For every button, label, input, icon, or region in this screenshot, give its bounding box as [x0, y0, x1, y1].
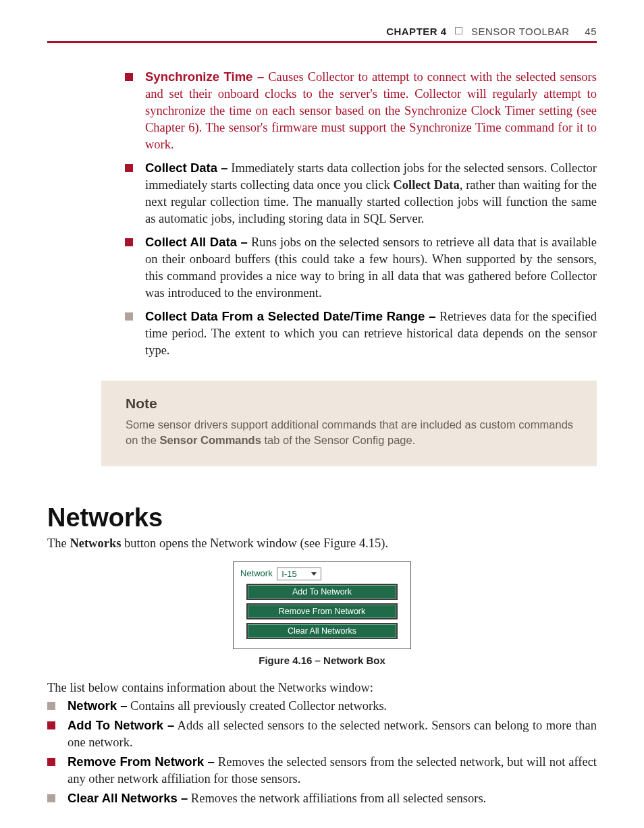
- add-to-network-button[interactable]: Add To Network: [246, 584, 398, 600]
- section-heading-networks: Networks: [47, 503, 597, 532]
- bullet-icon: [125, 238, 133, 246]
- remove-from-network-button[interactable]: Remove From Network: [246, 603, 398, 619]
- term-network: Network –: [68, 698, 127, 713]
- header-square-icon: [455, 27, 462, 34]
- note-title: Note: [126, 395, 576, 412]
- clear-all-networks-button[interactable]: Clear All Networks: [246, 623, 398, 639]
- list-item-body: Remove From Network – Removes the select…: [68, 754, 597, 788]
- list-item: Collect All Data – Runs jobs on the sele…: [125, 234, 597, 302]
- list-item: Collect Data From a Selected Date/Time R…: [125, 308, 597, 359]
- list-item: Add To Network – Adds all selected senso…: [47, 717, 597, 751]
- term-collect-all-data: Collect All Data –: [145, 235, 248, 249]
- term-collect-range: Collect Data From a Selected Date/Time R…: [145, 309, 436, 323]
- page-header: CHAPTER 4 SENSOR TOOLBAR 45: [47, 0, 597, 37]
- figure-wrapper: Network I-15 Add To Network Remove From …: [47, 561, 597, 649]
- lead-paragraph: The Networks button opens the Network wi…: [47, 536, 597, 551]
- term-collect-data: Collect Data –: [145, 161, 228, 175]
- page-number: 45: [585, 26, 597, 37]
- bullet-icon: [47, 702, 55, 710]
- bullet-icon: [47, 758, 55, 766]
- bullet-icon: [125, 312, 133, 321]
- lead-text: The: [47, 536, 70, 550]
- term-synchronize-time: Synchronize Time –: [145, 70, 264, 84]
- list-item-body: Collect All Data – Runs jobs on the sele…: [145, 234, 597, 302]
- bullet-list-commands: Synchronize Time – Causes Collector to a…: [125, 69, 597, 359]
- list-item: Collect Data – Immediately starts data c…: [125, 160, 597, 227]
- bullet-icon: [125, 164, 133, 172]
- page: CHAPTER 4 SENSOR TOOLBAR 45 Synchronize …: [0, 0, 644, 828]
- chevron-down-icon: [311, 572, 317, 576]
- network-dropdown-value: I-15: [281, 569, 296, 579]
- chapter-title: SENSOR TOOLBAR: [471, 26, 570, 37]
- list-item: Clear All Networks – Removes the network…: [47, 790, 597, 807]
- list-item-body: Synchronize Time – Causes Collector to a…: [145, 69, 597, 153]
- note-text: tab of the Sensor Config page.: [261, 434, 415, 446]
- network-label: Network: [240, 568, 273, 578]
- list-item-body: Clear All Networks – Removes the network…: [68, 790, 597, 807]
- paragraph: The list below contains information abou…: [47, 681, 597, 695]
- note-bold: Sensor Commands: [159, 434, 261, 446]
- chapter-label: CHAPTER 4: [386, 26, 447, 37]
- list-item-body: Add To Network – Adds all selected senso…: [68, 717, 597, 751]
- lead-bold: Networks: [70, 536, 121, 550]
- header-divider: [47, 41, 597, 43]
- lead-text: button opens the Network window (see Fig…: [121, 536, 388, 550]
- strong-collect-data: Collect Data: [393, 178, 459, 192]
- list-item-body: Network – Contains all previously create…: [68, 698, 597, 715]
- list-item: Synchronize Time – Causes Collector to a…: [125, 69, 597, 153]
- network-dropdown[interactable]: I-15: [277, 568, 321, 580]
- bullet-list-networks: Network – Contains all previously create…: [47, 698, 597, 807]
- list-item-text: Removes the network affiliations from al…: [188, 792, 486, 805]
- note-body: Some sensor drivers support additional c…: [126, 417, 576, 449]
- list-item-body: Collect Data – Immediately starts data c…: [145, 160, 597, 227]
- term-clear-all-networks: Clear All Networks –: [68, 791, 188, 805]
- list-item-body: Collect Data From a Selected Date/Time R…: [145, 308, 597, 359]
- list-item: Remove From Network – Removes the select…: [47, 754, 597, 788]
- figure-caption: Figure 4.16 – Network Box: [47, 655, 597, 666]
- network-box: Network I-15 Add To Network Remove From …: [233, 561, 411, 649]
- network-row: Network I-15: [240, 568, 404, 580]
- bullet-icon: [47, 794, 55, 802]
- bullet-icon: [125, 73, 133, 81]
- term-remove-from-network: Remove From Network –: [68, 754, 215, 769]
- list-item-text: Contains all previously created Collecto…: [127, 699, 387, 713]
- list-item: Network – Contains all previously create…: [47, 698, 597, 715]
- term-add-to-network: Add To Network –: [68, 718, 174, 732]
- bullet-icon: [47, 721, 55, 729]
- content-area: Synchronize Time – Causes Collector to a…: [125, 69, 597, 807]
- note-box: Note Some sensor drivers support additio…: [101, 381, 597, 467]
